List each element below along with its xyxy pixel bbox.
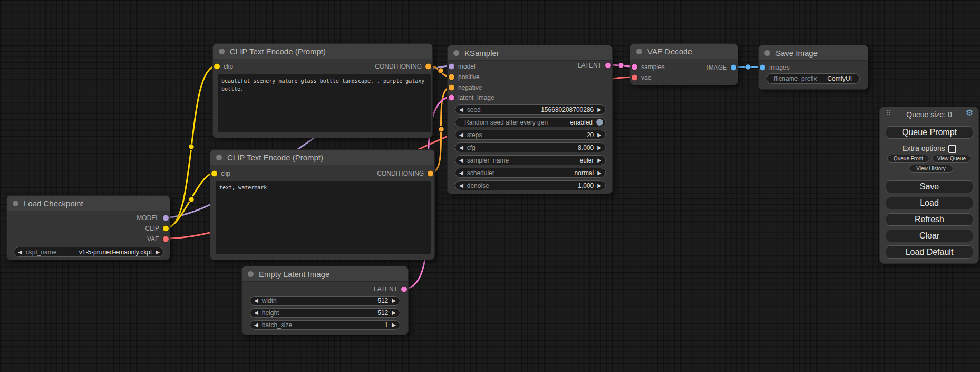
output-label-latent: LATENT [374, 285, 397, 293]
widget-filename-prefix[interactable]: filename_prefix ComfyUI [766, 73, 860, 84]
widget-scheduler[interactable]: ◀ scheduler normal ▶ [455, 168, 606, 178]
arrow-left-icon[interactable]: ◀ [250, 310, 262, 316]
input-label-clip: clip [221, 170, 230, 177]
save-button[interactable]: Save [886, 180, 973, 193]
output-port-model[interactable] [162, 215, 169, 222]
widget-batch-size[interactable]: ◀ batch_size 1 ▶ [250, 320, 400, 330]
node-title-bar[interactable]: Save Image [759, 45, 868, 61]
widget-label: ckpt_name [26, 249, 57, 256]
node-title-bar[interactable]: Load Checkpoint [7, 196, 170, 211]
extra-options-checkbox[interactable] [948, 145, 956, 153]
link-dot-clip-negative[interactable] [189, 197, 195, 203]
arrow-right-icon[interactable]: ▶ [594, 107, 605, 112]
input-port-positive[interactable] [448, 74, 455, 81]
arrow-right-icon[interactable]: ▶ [594, 183, 605, 188]
arrow-left-icon[interactable]: ◀ [250, 298, 262, 303]
input-port-latent-image[interactable] [448, 94, 455, 101]
output-port-conditioning[interactable] [427, 170, 434, 177]
arrow-right-icon[interactable]: ▶ [388, 298, 400, 303]
toggle-knob[interactable] [596, 119, 603, 126]
prompt-textarea[interactable]: text, watermark [216, 181, 431, 254]
arrow-left-icon[interactable]: ◀ [455, 170, 467, 176]
node-title-bar[interactable]: KSampler [448, 45, 612, 61]
widget-label: width [262, 297, 277, 304]
widget-value: 512 [377, 309, 388, 317]
arrow-right-icon[interactable]: ▶ [594, 145, 605, 150]
node-status-dot [764, 50, 770, 56]
widget-width[interactable]: ◀ width 512 ▶ [250, 296, 400, 306]
widget-steps[interactable]: ◀ steps 20 ▶ [455, 130, 606, 140]
queue-front-button[interactable]: Queue Front [887, 155, 929, 163]
input-port-clip[interactable] [211, 170, 218, 177]
node-load-checkpoint[interactable]: Load Checkpoint MODEL CLIP VAE ◀ ckpt_na… [6, 195, 170, 260]
node-title-bar[interactable]: VAE Decode [630, 44, 738, 59]
node-title-bar[interactable]: CLIP Text Encode (Prompt) [213, 44, 432, 59]
input-port-samples[interactable] [631, 64, 638, 71]
node-clip-text-encode-positive[interactable]: CLIP Text Encode (Prompt) clip CONDITION… [212, 43, 433, 138]
node-save-image[interactable]: Save Image images filename_prefix ComfyU… [758, 45, 868, 90]
link-dot-image[interactable] [745, 64, 751, 70]
node-vae-decode[interactable]: VAE Decode IMAGE samples vae [630, 43, 738, 85]
arrow-right-icon[interactable]: ▶ [594, 158, 605, 163]
widget-ckpt-name[interactable]: ◀ ckpt_name v1-5-pruned-emaonly.ckpt ▶ [14, 247, 164, 257]
node-title-bar[interactable]: CLIP Text Encode (Prompt) [210, 150, 434, 165]
node-status-dot [636, 49, 642, 54]
node-title-bar[interactable]: Empty Latent Image [242, 266, 408, 282]
settings-gear-icon[interactable]: ⚙ [966, 109, 973, 117]
output-label-clip: CLIP [145, 225, 159, 232]
widget-seed[interactable]: ◀ seed 156680208700286 ▶ [455, 104, 606, 115]
refresh-button[interactable]: Refresh [886, 213, 973, 226]
arrow-right-icon[interactable]: ▶ [594, 132, 605, 138]
link-dot-conditioning-negative[interactable] [439, 127, 444, 132]
widget-value: normal [575, 169, 594, 177]
output-port-latent[interactable] [401, 286, 407, 293]
output-port-vae[interactable] [162, 236, 169, 243]
node-clip-text-encode-negative[interactable]: CLIP Text Encode (Prompt) clip CONDITION… [210, 149, 435, 260]
arrow-left-icon[interactable]: ◀ [455, 107, 467, 112]
queue-panel[interactable]: ⠿ Queue size: 0 ⚙ Queue Prompt Extra opt… [879, 107, 979, 264]
view-queue-button[interactable]: View Queue [932, 155, 971, 163]
arrow-left-icon[interactable]: ◀ [250, 322, 262, 328]
arrow-right-icon[interactable]: ▶ [388, 322, 400, 328]
arrow-right-icon[interactable]: ▶ [388, 310, 400, 316]
node-empty-latent-image[interactable]: Empty Latent Image LATENT ◀ width 512 ▶ … [241, 266, 409, 335]
widget-value: 156680208700286 [541, 106, 594, 113]
arrow-right-icon[interactable]: ▶ [152, 250, 163, 255]
output-port-conditioning[interactable] [425, 63, 432, 70]
arrow-left-icon[interactable]: ◀ [455, 183, 467, 188]
extra-options-label: Extra options [902, 144, 945, 152]
arrow-left-icon[interactable]: ◀ [455, 158, 467, 163]
output-port-clip[interactable] [162, 225, 169, 232]
widget-denoise[interactable]: ◀ denoise 1.000 ▶ [455, 180, 606, 190]
input-port-vae[interactable] [631, 74, 638, 81]
clear-button[interactable]: Clear [886, 230, 973, 242]
node-title: Load Checkpoint [24, 199, 83, 208]
widget-height[interactable]: ◀ height 512 ▶ [250, 308, 400, 318]
input-port-negative[interactable] [448, 84, 455, 91]
widget-value: ComfyUI [827, 75, 852, 82]
widget-label: filename_prefix [774, 75, 817, 82]
load-button[interactable]: Load [886, 197, 973, 209]
view-history-button[interactable]: View History [909, 165, 953, 173]
link-dot-conditioning-positive[interactable] [438, 68, 444, 74]
input-port-clip[interactable] [214, 63, 220, 70]
arrow-left-icon[interactable]: ◀ [455, 132, 467, 138]
widget-random-seed-toggle[interactable]: Random seed after every gen enabled [455, 117, 606, 127]
arrow-left-icon[interactable]: ◀ [14, 250, 26, 255]
load-default-button[interactable]: Load Default [886, 245, 973, 259]
node-ksampler[interactable]: KSampler LATENT model positive negative … [447, 45, 613, 194]
prompt-textarea[interactable]: beautiful scenery nature glass bottle la… [218, 74, 431, 132]
input-port-images[interactable] [759, 64, 766, 71]
input-port-model[interactable] [448, 63, 455, 70]
queue-prompt-button[interactable]: Queue Prompt [886, 126, 973, 139]
arrow-left-icon[interactable]: ◀ [455, 145, 467, 150]
link-dot-clip-positive[interactable] [189, 144, 195, 150]
widget-cfg[interactable]: ◀ cfg 8.000 ▶ [455, 142, 606, 152]
widget-value: 1 [385, 321, 389, 329]
input-label-images: images [769, 64, 790, 71]
arrow-right-icon[interactable]: ▶ [594, 170, 605, 176]
link-dot-latent[interactable] [618, 63, 624, 69]
widget-sampler-name[interactable]: ◀ sampler_name euler ▶ [455, 155, 606, 165]
graph-canvas[interactable]: Load Checkpoint MODEL CLIP VAE ◀ ckpt_na… [0, 0, 980, 372]
node-title: Empty Latent Image [259, 270, 329, 279]
